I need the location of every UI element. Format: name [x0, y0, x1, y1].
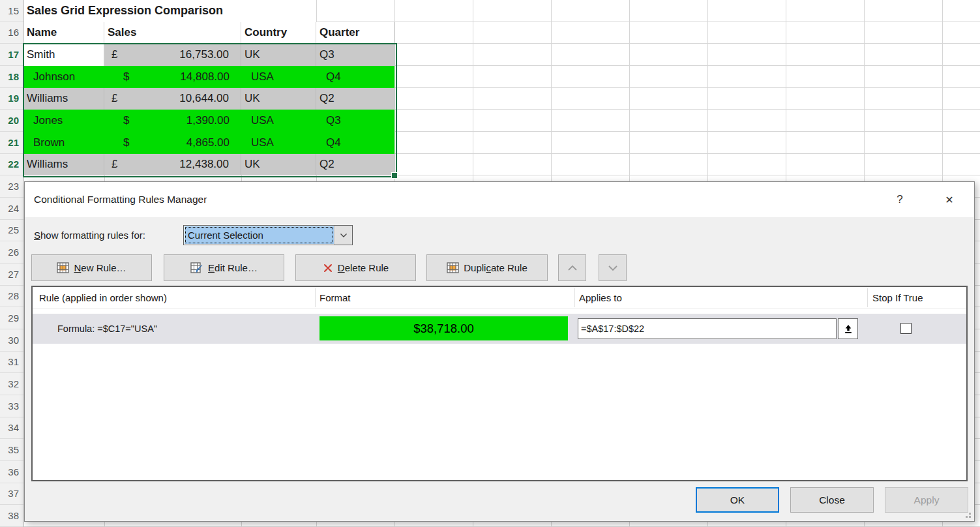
cell-D22[interactable]: Q2 — [316, 154, 394, 176]
row-header-34[interactable]: 34 — [0, 417, 23, 440]
cell-C18[interactable]: USA — [241, 66, 316, 88]
header-underline — [33, 309, 966, 309]
edit-rule-icon — [190, 262, 203, 273]
cell-A19[interactable]: Williams — [23, 88, 104, 110]
sales-amount: 14,808.00 — [180, 70, 230, 83]
collapse-dialog-arrow-icon — [844, 324, 853, 334]
duplicate-rule-grid-icon — [447, 262, 459, 273]
column-header-format: Format — [319, 287, 351, 309]
move-rule-down-button[interactable] — [599, 254, 627, 281]
cell-D20[interactable]: Q3 — [316, 110, 394, 132]
chevron-down-icon[interactable] — [334, 226, 352, 245]
range-picker-button[interactable] — [838, 318, 858, 339]
sales-amount: 1,390.00 — [186, 114, 230, 127]
cell-D19[interactable]: Q2 — [316, 88, 394, 110]
currency-symbol: £ — [108, 48, 117, 61]
row-header-25[interactable]: 25 — [0, 220, 23, 242]
cell-B20[interactable]: $1,390.00 — [104, 110, 241, 132]
cell-C21[interactable]: USA — [241, 132, 316, 154]
cell-header-name[interactable]: Name — [23, 22, 104, 44]
show-rules-label: Show formatting rules for: — [34, 225, 145, 245]
row-header-column[interactable]: 1516171819202122232425262728293031323334… — [0, 0, 24, 527]
close-button[interactable]: Close — [790, 487, 874, 513]
cell-header-country[interactable]: Country — [241, 22, 316, 44]
resize-grip[interactable] — [963, 510, 971, 518]
cell-A22[interactable]: Williams — [23, 154, 104, 176]
applies-to-input[interactable] — [578, 318, 837, 339]
fill-handle[interactable] — [391, 172, 398, 179]
row-header-24[interactable]: 24 — [0, 198, 23, 220]
row-header-20[interactable]: 20 — [0, 110, 23, 132]
row-header-33[interactable]: 33 — [0, 395, 23, 417]
stop-if-true-checkbox[interactable] — [900, 323, 912, 334]
new-rule-label: New Rule… — [74, 262, 126, 273]
row-header-32[interactable]: 32 — [0, 373, 23, 395]
duplicate-rule-label: Duplicate Rule — [464, 262, 527, 273]
conditional-formatting-rules-manager-dialog: Conditional Formatting Rules Manager ? ✕… — [24, 181, 975, 522]
cell-B22[interactable]: £12,438.00 — [104, 154, 241, 176]
cell-A17[interactable]: Smith — [23, 44, 104, 66]
duplicate-rule-button[interactable]: Duplicate Rule — [426, 254, 548, 281]
row-header-22[interactable]: 22 — [0, 154, 23, 176]
row-header-28[interactable]: 28 — [0, 286, 23, 308]
cell-header-quarter[interactable]: Quarter — [316, 22, 394, 44]
delete-x-icon — [323, 263, 333, 273]
apply-button[interactable]: Apply — [885, 487, 968, 513]
row-header-15[interactable]: 15 — [0, 0, 23, 22]
row-header-23[interactable]: 23 — [0, 175, 23, 198]
row-header-31[interactable]: 31 — [0, 352, 23, 374]
cell-C17[interactable]: UK — [241, 44, 316, 66]
row-header-35[interactable]: 35 — [0, 439, 23, 461]
cell-C20[interactable]: USA — [241, 110, 316, 132]
cell-B17[interactable]: £16,753.00 — [104, 44, 241, 66]
currency-symbol: £ — [108, 92, 117, 105]
help-icon[interactable]: ? — [891, 190, 909, 209]
cell-A21[interactable]: Brown — [23, 132, 104, 154]
currency-symbol: $ — [114, 136, 129, 149]
edit-rule-button[interactable]: Edit Rule… — [164, 254, 284, 281]
rule-row[interactable]: Formula: =$C17="USA" $38,718.00 — [33, 314, 966, 344]
column-header-applies-to: Applies to — [579, 287, 622, 309]
delete-rule-button[interactable]: Delete Rule — [295, 254, 416, 281]
cell-D18[interactable]: Q4 — [316, 66, 394, 88]
dialog-title: Conditional Formatting Rules Manager — [34, 182, 207, 217]
new-rule-button[interactable]: New Rule… — [31, 254, 152, 281]
cell-C19[interactable]: UK — [241, 88, 316, 110]
row-header-30[interactable]: 30 — [0, 329, 23, 352]
excel-window: Sales Grid Expression ComparisonNameSale… — [0, 0, 980, 527]
sales-amount: 16,753.00 — [179, 48, 229, 61]
row-header-37[interactable]: 37 — [0, 483, 23, 505]
column-header-rule: Rule (applied in order shown) — [39, 287, 167, 309]
sales-amount: 12,438.00 — [179, 158, 229, 171]
cell-header-sales[interactable]: Sales — [104, 22, 241, 44]
cell-A20[interactable]: Jones — [23, 110, 104, 132]
edit-rule-label: Edit Rule… — [208, 262, 258, 273]
cell-D21[interactable]: Q4 — [316, 132, 394, 154]
dialog-titlebar[interactable]: Conditional Formatting Rules Manager ? ✕ — [25, 182, 974, 217]
move-rule-up-button[interactable] — [558, 254, 586, 281]
chevron-down-icon — [608, 265, 618, 271]
row-header-18[interactable]: 18 — [0, 66, 23, 88]
row-header-16[interactable]: 16 — [0, 22, 23, 44]
cell-title[interactable]: Sales Grid Expression Comparison — [23, 0, 316, 22]
row-header-19[interactable]: 19 — [0, 88, 23, 110]
cell-B18[interactable]: $14,808.00 — [104, 66, 241, 88]
cell-D17[interactable]: Q3 — [316, 44, 394, 66]
row-header-38[interactable]: 38 — [0, 505, 23, 527]
row-header-26[interactable]: 26 — [0, 241, 23, 264]
scope-dropdown[interactable]: Current Selection — [183, 225, 353, 245]
cell-A18[interactable]: Johnson — [23, 66, 104, 88]
cell-B21[interactable]: $4,865.00 — [104, 132, 241, 154]
row-header-17[interactable]: 17 — [0, 44, 23, 66]
row-header-27[interactable]: 27 — [0, 264, 23, 286]
row-header-29[interactable]: 29 — [0, 307, 23, 329]
cell-B19[interactable]: £10,644.00 — [104, 88, 241, 110]
currency-symbol: £ — [108, 158, 117, 171]
ok-button[interactable]: OK — [696, 487, 779, 513]
cell-C22[interactable]: UK — [241, 154, 316, 176]
row-header-21[interactable]: 21 — [0, 132, 23, 154]
row-header-36[interactable]: 36 — [0, 461, 23, 483]
format-preview: $38,718.00 — [319, 316, 568, 340]
close-icon[interactable]: ✕ — [940, 190, 958, 209]
chevron-up-icon — [567, 265, 578, 271]
